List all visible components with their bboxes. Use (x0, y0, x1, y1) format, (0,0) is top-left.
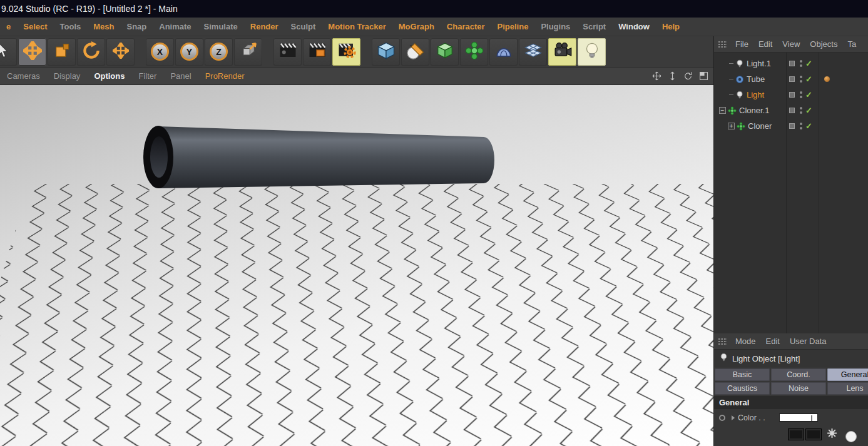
tab-noise[interactable]: Noise (771, 382, 826, 395)
gear-icon[interactable] (827, 428, 837, 438)
visibility-dots[interactable] (800, 60, 802, 67)
object-row-cloner1[interactable]: − Cloner.1 ✓ (714, 103, 868, 118)
viewport-menu-panel[interactable]: Panel (163, 71, 198, 81)
layer-toggle[interactable] (789, 76, 795, 82)
visibility-dots[interactable] (800, 123, 802, 129)
menu-item-character[interactable]: Character (441, 22, 491, 31)
expand-expander-icon[interactable]: + (728, 123, 735, 129)
object-row-light-selected[interactable]: Light ✓ (714, 87, 868, 103)
tab-basic[interactable]: Basic (715, 368, 770, 381)
enabled-check-icon[interactable]: ✓ (805, 74, 812, 84)
section-header-general[interactable]: General (714, 396, 868, 409)
pen-spline-tool-button[interactable] (401, 38, 429, 66)
toggle-view-icon[interactable] (699, 71, 708, 81)
object-row-light1[interactable]: Light.1 ✓ (714, 56, 868, 71)
keyframe-circle-icon[interactable] (719, 415, 725, 421)
layer-toggle[interactable] (789, 123, 795, 129)
menu-item-window[interactable]: Window (612, 22, 656, 31)
viewport-menu-display[interactable]: Display (47, 71, 88, 81)
color-swatch[interactable] (779, 413, 818, 422)
menu-item-plugins[interactable]: Plugins (534, 22, 576, 31)
menu-item-help[interactable]: Help (656, 22, 686, 31)
enabled-check-icon[interactable]: ✓ (805, 90, 812, 99)
layer-toggle[interactable] (789, 108, 795, 113)
y-axis-lock-button[interactable]: Y (175, 38, 203, 66)
om-menu-edit[interactable]: Edit (754, 39, 777, 49)
object-row-tube[interactable]: Tube ✓ (714, 71, 868, 87)
add-camera-button[interactable] (548, 38, 576, 66)
tab-lens[interactable]: Lens (827, 382, 868, 395)
x-axis-lock-button[interactable]: X (146, 38, 174, 66)
rotate-view-icon[interactable] (683, 71, 693, 81)
object-name[interactable]: Cloner (748, 121, 772, 131)
move-tool-button[interactable] (18, 38, 46, 66)
tab-caustics[interactable]: Caustics (715, 382, 770, 395)
menu-item-render[interactable]: Render (244, 22, 285, 31)
object-name[interactable]: Tube (747, 74, 765, 84)
expand-triangle-icon[interactable] (732, 415, 735, 420)
object-row-cloner-child[interactable]: + Cloner ✓ (714, 118, 868, 134)
add-cube-primitive-button[interactable] (372, 38, 400, 66)
layer-toggle[interactable] (789, 61, 795, 66)
panel-grip-icon[interactable] (718, 338, 727, 345)
menu-item-snap[interactable]: Snap (120, 22, 153, 31)
layer-toggle[interactable] (789, 92, 795, 98)
menu-item-file[interactable]: e (0, 22, 17, 31)
coordinate-system-button[interactable] (234, 38, 262, 66)
viewport-menu-prorender[interactable]: ProRender (198, 71, 252, 81)
menu-item-sculpt[interactable]: Sculpt (285, 22, 322, 31)
render-picture-viewer-button[interactable] (303, 38, 331, 66)
visibility-dots[interactable] (800, 91, 802, 98)
texture-thumb-icon[interactable] (805, 428, 822, 440)
object-name[interactable]: Light (747, 90, 764, 99)
object-name[interactable]: Light.1 (747, 59, 771, 68)
viewport-menu-filter[interactable]: Filter (131, 71, 163, 81)
object-name[interactable]: Cloner.1 (739, 106, 769, 115)
axis-move-tool-button[interactable] (106, 38, 135, 66)
menu-item-mesh[interactable]: Mesh (87, 22, 120, 31)
om-menu-file[interactable]: File (731, 39, 753, 49)
panel-grip-icon[interactable] (718, 41, 727, 48)
add-light-button[interactable] (578, 38, 606, 66)
am-menu-edit[interactable]: Edit (762, 337, 784, 346)
render-view-button[interactable] (273, 38, 302, 66)
add-array-button[interactable] (519, 38, 547, 66)
pan-view-icon[interactable] (652, 71, 661, 81)
menu-item-animate[interactable]: Animate (153, 22, 197, 31)
menu-item-motion-tracker[interactable]: Motion Tracker (322, 22, 392, 31)
enabled-check-icon[interactable]: ✓ (805, 121, 812, 131)
menu-item-mograph[interactable]: MoGraph (392, 22, 441, 31)
tab-coord[interactable]: Coord. (771, 368, 826, 381)
simulate-dynamics-button[interactable] (489, 38, 518, 66)
om-menu-objects[interactable]: Objects (805, 39, 842, 49)
enabled-check-icon[interactable]: ✓ (805, 106, 812, 115)
enabled-check-icon[interactable]: ✓ (805, 59, 812, 68)
viewport-canvas[interactable] (0, 85, 713, 446)
visibility-dots[interactable] (800, 107, 802, 114)
texture-thumb-icon[interactable] (788, 428, 804, 440)
add-generator-button[interactable] (431, 38, 459, 66)
menu-item-select[interactable]: Select (17, 22, 53, 31)
menu-item-tools[interactable]: Tools (54, 22, 88, 31)
collapse-expander-icon[interactable]: − (719, 107, 726, 114)
shape-icon[interactable] (845, 431, 857, 442)
menu-item-pipeline[interactable]: Pipeline (491, 22, 535, 31)
viewport-menu-cameras[interactable]: Cameras (0, 71, 47, 81)
mograph-cloner-button[interactable] (460, 38, 488, 66)
scale-tool-button[interactable] (48, 38, 76, 66)
tube-object[interactable] (141, 119, 510, 204)
edit-render-settings-button[interactable] (332, 38, 360, 66)
material-tag-icon[interactable] (824, 76, 830, 82)
om-menu-view[interactable]: View (778, 39, 804, 49)
menu-item-simulate[interactable]: Simulate (198, 22, 244, 31)
menu-item-script[interactable]: Script (576, 22, 612, 31)
select-tool-button[interactable] (0, 38, 17, 66)
rotate-tool-button[interactable] (77, 38, 105, 66)
am-menu-user-data[interactable]: User Data (785, 337, 831, 346)
visibility-dots[interactable] (800, 76, 802, 83)
zoom-view-icon[interactable] (668, 71, 677, 81)
tab-general[interactable]: General (827, 368, 868, 381)
om-menu-tags[interactable]: Ta (843, 39, 860, 49)
z-axis-lock-button[interactable]: Z (205, 38, 233, 66)
viewport-menu-options[interactable]: Options (87, 71, 131, 81)
